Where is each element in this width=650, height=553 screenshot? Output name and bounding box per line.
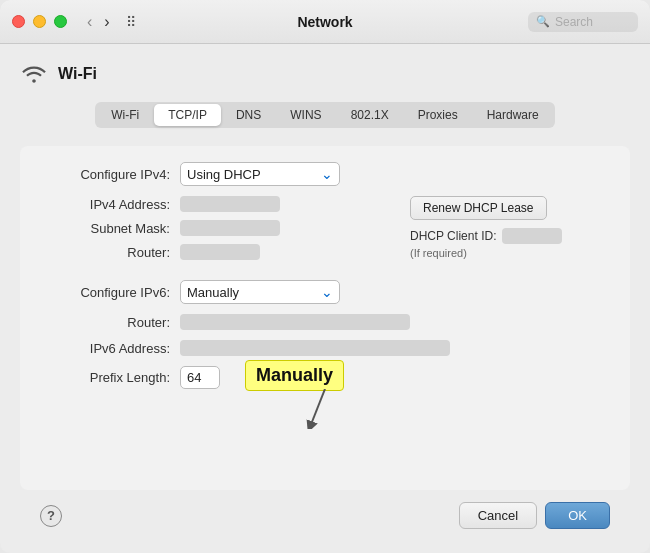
ipv4-addr-row: IPv4 Address: — [40, 196, 400, 212]
subnet-mask-field — [180, 220, 280, 236]
tab-8021x[interactable]: 802.1X — [337, 104, 403, 126]
forward-button[interactable]: › — [100, 11, 113, 33]
router-row: Router: — [40, 244, 400, 260]
help-button[interactable]: ? — [40, 505, 62, 527]
configure-ipv4-label: Configure IPv4: — [40, 167, 170, 182]
search-icon: 🔍 — [536, 15, 550, 28]
dhcp-client-id-field — [502, 228, 562, 244]
minimize-button[interactable] — [33, 15, 46, 28]
ipv6-address-label: IPv6 Address: — [40, 341, 170, 356]
annotation-tooltip: Manually — [245, 360, 344, 391]
subnet-mask-row: Subnet Mask: — [40, 220, 400, 236]
ipv4-address-field — [180, 196, 280, 212]
svg-line-0 — [310, 389, 325, 427]
maximize-button[interactable] — [54, 15, 67, 28]
configure-ipv6-label: Configure IPv6: — [40, 285, 170, 300]
ipv6-address-row: IPv6 Address: — [40, 340, 610, 356]
ipv6-address-field — [180, 340, 450, 356]
close-button[interactable] — [12, 15, 25, 28]
tabs-bar: Wi-Fi TCP/IP DNS WINS 802.1X Proxies Har… — [95, 102, 554, 128]
chevron-down-icon-2: ⌄ — [321, 284, 333, 300]
router-field — [180, 244, 260, 260]
router-ipv6-label: Router: — [40, 315, 170, 330]
dhcp-client-row: DHCP Client ID: — [410, 228, 610, 244]
configure-ipv6-section: Manually Configure IPv6: Manually ⌄ — [40, 280, 610, 304]
search-box[interactable]: 🔍 Search — [528, 12, 638, 32]
wifi-header: Wi-Fi — [20, 60, 630, 88]
ipv4-left: IPv4 Address: Subnet Mask: Router: — [40, 196, 400, 260]
settings-panel: Configure IPv4: Using DHCP ⌄ IPv4 Addres… — [20, 146, 630, 490]
dhcp-right: Renew DHCP Lease DHCP Client ID: (If req… — [400, 196, 610, 259]
router-ipv6-row: Router: — [40, 314, 610, 330]
tab-wifi[interactable]: Wi-Fi — [97, 104, 153, 126]
main-content: Wi-Fi Wi-Fi TCP/IP DNS WINS 802.1X Proxi… — [0, 44, 650, 553]
prefix-length-input[interactable]: 64 — [180, 366, 220, 389]
action-buttons: Cancel OK — [459, 502, 610, 529]
tab-wins[interactable]: WINS — [276, 104, 335, 126]
cancel-button[interactable]: Cancel — [459, 502, 537, 529]
bottom-bar: ? Cancel OK — [20, 490, 630, 537]
tab-hardware[interactable]: Hardware — [473, 104, 553, 126]
search-placeholder: Search — [555, 15, 593, 29]
tab-dns[interactable]: DNS — [222, 104, 275, 126]
dhcp-client-id-label: DHCP Client ID: — [410, 229, 496, 243]
tab-tcpip[interactable]: TCP/IP — [154, 104, 221, 126]
configure-ipv6-row: Configure IPv6: Manually ⌄ — [40, 280, 610, 304]
renew-dhcp-button[interactable]: Renew DHCP Lease — [410, 196, 547, 220]
prefix-length-label: Prefix Length: — [40, 370, 170, 385]
configure-ipv4-row: Configure IPv4: Using DHCP ⌄ — [40, 162, 610, 186]
back-button[interactable]: ‹ — [83, 11, 96, 33]
traffic-lights — [12, 15, 67, 28]
subnet-mask-label: Subnet Mask: — [40, 221, 170, 236]
nav-buttons: ‹ › — [83, 11, 114, 33]
wifi-icon — [20, 60, 48, 88]
configure-ipv6-value: Manually — [187, 285, 239, 300]
wifi-label: Wi-Fi — [58, 65, 97, 83]
titlebar: ‹ › ⠿ Network 🔍 Search — [0, 0, 650, 44]
configure-ipv4-select[interactable]: Using DHCP ⌄ — [180, 162, 340, 186]
router-ipv6-field — [180, 314, 410, 330]
if-required-label: (If required) — [410, 247, 610, 259]
configure-ipv4-value: Using DHCP — [187, 167, 261, 182]
window-title: Network — [297, 14, 352, 30]
grid-icon: ⠿ — [126, 14, 136, 30]
chevron-down-icon: ⌄ — [321, 166, 333, 182]
ipv4-address-label: IPv4 Address: — [40, 197, 170, 212]
tab-proxies[interactable]: Proxies — [404, 104, 472, 126]
annotation-arrow-icon — [305, 389, 345, 429]
ipv4-address-row: IPv4 Address: Subnet Mask: Router: Renew… — [40, 196, 610, 260]
annotation-text: Manually — [245, 360, 344, 391]
configure-ipv6-select[interactable]: Manually ⌄ — [180, 280, 340, 304]
ok-button[interactable]: OK — [545, 502, 610, 529]
router-label: Router: — [40, 245, 170, 260]
